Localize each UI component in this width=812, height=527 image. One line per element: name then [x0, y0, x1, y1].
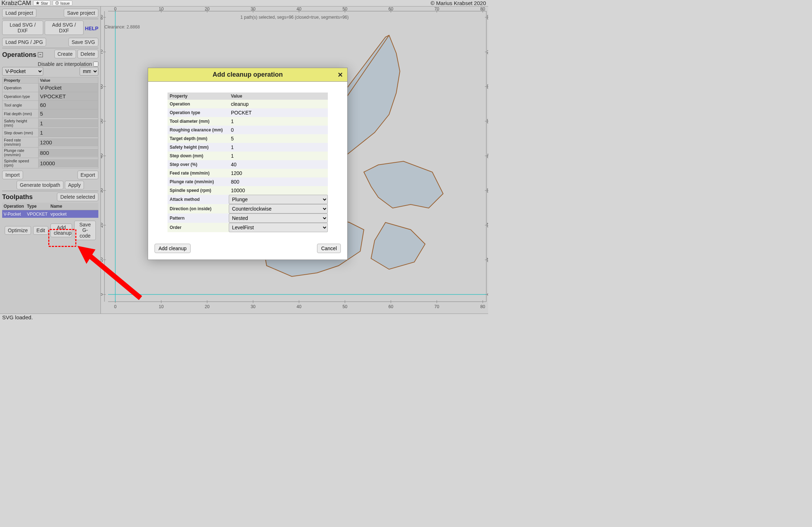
modal-property-input[interactable] [229, 100, 328, 108]
modal-property-input[interactable] [229, 108, 328, 117]
modal-property-row: PatternNested [168, 213, 328, 223]
modal-property-label: Operation type [168, 108, 229, 117]
svg-point-1 [57, 3, 58, 4]
modal-header: Add cleanup operation ✕ [148, 68, 347, 82]
modal-property-row: Tool diameter (mm) [168, 117, 328, 126]
modal-property-row: Feed rate (mm/min) [168, 169, 328, 177]
modal-property-input[interactable] [229, 143, 328, 152]
modal-property-input[interactable] [229, 152, 328, 160]
modal-property-label: Pattern [168, 213, 229, 223]
issue-icon [55, 1, 59, 5]
modal-property-label: Safety height (mm) [168, 143, 229, 152]
copyright-text: © Marius Krabset 2020 [430, 0, 486, 6]
modal-property-label: Spindle speed (rpm) [168, 186, 229, 195]
modal-property-row: Step down (mm) [168, 152, 328, 160]
modal-property-row: Direction (on inside)Counterclockwise [168, 204, 328, 213]
modal-property-input[interactable] [229, 126, 328, 134]
github-star-badge[interactable]: Star [33, 0, 50, 6]
top-bar: KrabzCAM Star Issue © Marius Krabset 202… [0, 0, 488, 6]
modal-property-row: Target depth (mm) [168, 134, 328, 143]
modal-property-label: Tool diameter (mm) [168, 117, 229, 126]
modal-close-button[interactable]: ✕ [338, 71, 343, 79]
status-bar: SVG loaded. [0, 314, 488, 320]
modal-add-cleanup-button[interactable]: Add cleanup [155, 244, 191, 253]
app-title: KrabzCAM [1, 0, 31, 7]
modal-property-row: OrderLevelFirst [168, 223, 328, 232]
star-icon [36, 1, 40, 5]
modal-property-label: Step down (mm) [168, 152, 229, 160]
modal-property-label: Plunge rate (mm/min) [168, 177, 229, 186]
modal-property-label: Direction (on inside) [168, 204, 229, 213]
modal-property-input[interactable] [229, 117, 328, 126]
modal-property-label: Roughing clearance (mm) [168, 126, 229, 134]
modal-property-label: Feed rate (mm/min) [168, 169, 229, 177]
modal-property-input[interactable] [229, 134, 328, 143]
modal-property-row: Spindle speed (rpm) [168, 186, 328, 195]
modal-property-row: Operation [168, 100, 328, 108]
modal-title: Add cleanup operation [213, 71, 283, 78]
modal-property-input[interactable] [229, 186, 328, 195]
modal-properties-table: Property Value OperationOperation typeTo… [168, 93, 328, 232]
modal-property-input[interactable] [229, 160, 328, 169]
modal-property-select[interactable]: Plunge [229, 195, 328, 204]
modal-property-select[interactable]: Nested [229, 213, 328, 223]
modal-property-row: Step over (%) [168, 160, 328, 169]
modal-property-label: Order [168, 223, 229, 232]
modal-property-label: Step over (%) [168, 160, 229, 169]
modal-property-row: Operation type [168, 108, 328, 117]
add-cleanup-modal: Add cleanup operation ✕ Property Value O… [148, 68, 348, 260]
modal-property-row: Roughing clearance (mm) [168, 126, 328, 134]
modal-property-input[interactable] [229, 177, 328, 186]
modal-property-row: Attack methodPlunge [168, 195, 328, 204]
modal-property-label: Attack method [168, 195, 229, 204]
modal-property-row: Safety height (mm) [168, 143, 328, 152]
modal-property-select[interactable]: LevelFirst [229, 223, 328, 232]
modal-property-select[interactable]: Counterclockwise [229, 204, 328, 213]
modal-property-input[interactable] [229, 169, 328, 177]
modal-property-label: Target depth (mm) [168, 134, 229, 143]
modal-property-label: Operation [168, 100, 229, 108]
modal-cancel-button[interactable]: Cancel [317, 244, 341, 253]
github-issue-badge[interactable]: Issue [53, 0, 72, 6]
modal-property-row: Plunge rate (mm/min) [168, 177, 328, 186]
status-text: SVG loaded. [2, 314, 33, 320]
